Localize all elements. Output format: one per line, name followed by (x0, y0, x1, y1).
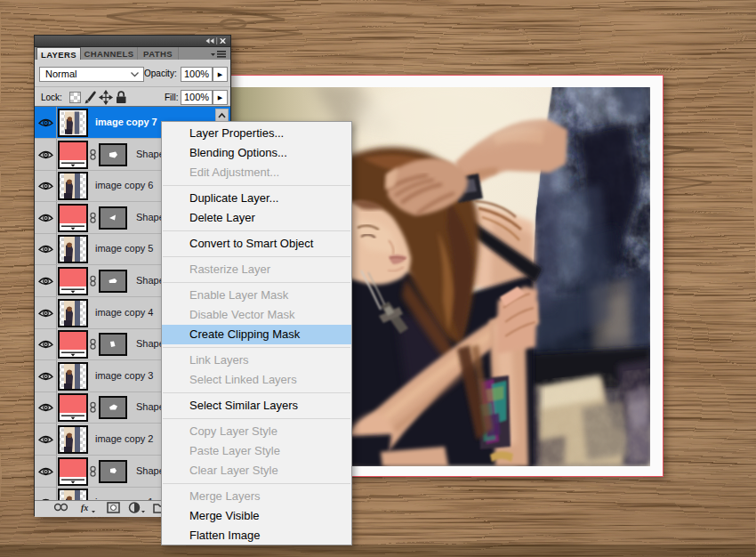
svg-text:fx: fx (81, 503, 88, 513)
